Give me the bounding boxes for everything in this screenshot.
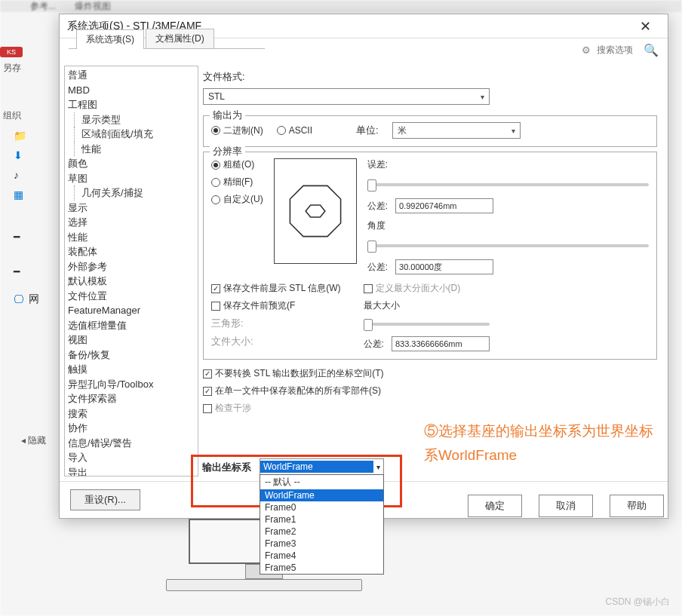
network-icon: 🖵 xyxy=(14,293,24,305)
check-no-convert-label: 不要转换 STL 输出数据到正的坐标空间(T) xyxy=(215,367,384,380)
options-tree[interactable]: 普通MBD工程图显示类型区域剖面线/填充性能颜色草图几何关系/捕捉显示选择性能装… xyxy=(64,66,198,477)
angle-label: 角度 xyxy=(367,219,649,232)
tolerance3-label: 公差: xyxy=(364,338,384,351)
organize-label: 组织 xyxy=(3,109,59,122)
tree-item[interactable]: 异型孔向导/Toolbox xyxy=(68,377,195,392)
options-main-panel: 文件格式: STL ▾ 输出为 二进制(N) ASCII 单位: 米 ▾ xyxy=(203,61,668,481)
tree-item[interactable]: 搜索 xyxy=(68,406,195,421)
search-icon[interactable]: 🔍 xyxy=(644,43,659,57)
unit-select[interactable]: 米 ▾ xyxy=(392,122,521,139)
dropdown-option[interactable]: Frame3 xyxy=(260,538,383,550)
tolerance1-input[interactable]: 0.99206746mm xyxy=(395,198,493,213)
file-format-value: STL xyxy=(208,91,225,102)
tree-item[interactable]: 信息/错误/警告 xyxy=(68,436,195,451)
radio-coarse[interactable]: 粗糙(O) xyxy=(211,158,263,171)
max-size-label: 最大大小 xyxy=(364,299,490,312)
tree-item[interactable]: 颜色 xyxy=(68,156,195,171)
max-size-slider[interactable] xyxy=(364,323,490,326)
tree-item[interactable]: 工程图 xyxy=(68,97,195,112)
radio-fine[interactable]: 精细(F) xyxy=(211,176,263,188)
error-slider[interactable] xyxy=(367,183,649,186)
tree-item[interactable]: 触摸 xyxy=(68,362,195,377)
tolerance1-label: 公差: xyxy=(367,200,388,213)
check-interference-label: 检查干涉 xyxy=(215,402,251,415)
file-format-label: 文件格式: xyxy=(203,70,245,84)
dropdown-option[interactable]: -- 默认 -- xyxy=(260,475,383,489)
tree-item[interactable]: 装配体 xyxy=(68,244,195,259)
help-button[interactable]: 帮助 xyxy=(610,495,664,517)
tree-item[interactable]: 普通 xyxy=(68,68,195,83)
search-input[interactable]: 搜索选项 xyxy=(597,44,633,57)
tree-subitem[interactable]: 区域剖面线/填充 xyxy=(68,127,195,142)
file-format-select[interactable]: STL ▾ xyxy=(203,88,490,105)
radio-ascii[interactable]: ASCII xyxy=(277,125,312,136)
radio-custom[interactable]: 自定义(U) xyxy=(211,193,263,206)
tree-item[interactable]: 草图 xyxy=(68,171,195,186)
tree-item[interactable]: FeatureManager xyxy=(68,303,195,318)
dropdown-option[interactable]: Frame2 xyxy=(260,526,383,538)
output-coord-value: WorldFrame xyxy=(260,461,373,473)
tree-subitem[interactable]: 性能 xyxy=(68,142,195,157)
tree-item[interactable]: 选择 xyxy=(68,215,195,230)
angle-slider[interactable] xyxy=(367,244,649,247)
output-coord-dropdown[interactable]: -- 默认 --WorldFrameFrame0Frame1Frame2Fram… xyxy=(260,474,384,575)
tolerance2-input[interactable]: 30.00000度 xyxy=(395,259,493,274)
check-define-max-label: 定义最大分面大小(D) xyxy=(376,282,461,295)
radio-fine-label: 精细(F) xyxy=(223,176,253,188)
hide-toggle[interactable]: ◂ 隐藏 xyxy=(21,434,46,447)
tree-item[interactable]: 导出 xyxy=(68,465,195,477)
cancel-button[interactable]: 取消 xyxy=(539,495,593,517)
download-icon: ⬇ xyxy=(14,149,23,161)
chevron-down-icon: ▾ xyxy=(481,93,484,101)
chevron-down-icon: ▾ xyxy=(512,127,515,135)
unit-label: 单位: xyxy=(356,124,379,137)
disk-icon: ━ xyxy=(14,231,20,243)
tree-item[interactable]: 备份/恢复 xyxy=(68,348,195,363)
svg-marker-1 xyxy=(306,205,325,217)
output-coord-select[interactable]: WorldFrame ▾ xyxy=(260,458,384,475)
radio-ascii-label: ASCII xyxy=(289,125,312,136)
dropdown-option[interactable]: WorldFrame xyxy=(260,489,383,501)
tree-item[interactable]: 视图 xyxy=(68,333,195,348)
save-as-label: 另存 xyxy=(3,62,59,75)
tolerance2-label: 公差: xyxy=(367,261,388,274)
reset-button[interactable]: 重设(R)... xyxy=(70,489,140,510)
ok-button[interactable]: 确定 xyxy=(468,495,522,517)
tree-item[interactable]: MBD xyxy=(68,83,195,98)
dropdown-option[interactable]: Frame0 xyxy=(260,501,383,513)
dropdown-option[interactable]: Frame1 xyxy=(260,513,383,526)
tree-item[interactable]: 选值框增量值 xyxy=(68,318,195,333)
tolerance3-input[interactable]: 833.33666666mm xyxy=(392,336,490,351)
check-define-max: 定义最大分面大小(D) xyxy=(364,282,490,295)
tab-document-properties[interactable]: 文档属性(D) xyxy=(146,29,214,48)
check-preview[interactable]: 保存文件前预览(F xyxy=(211,299,341,312)
tree-subitem[interactable]: 显示类型 xyxy=(68,112,195,127)
output-coord-label: 输出坐标系 xyxy=(202,461,251,474)
radio-binary-label: 二进制(N) xyxy=(223,124,263,137)
tree-item[interactable]: 协作 xyxy=(68,421,195,436)
close-icon[interactable]: ✕ xyxy=(630,18,660,35)
tree-item[interactable]: 文件位置 xyxy=(68,289,195,304)
tiles-icon: ▦ xyxy=(14,188,23,201)
dropdown-option[interactable]: Frame5 xyxy=(260,562,383,574)
tree-item[interactable]: 默认模板 xyxy=(68,274,195,289)
dropdown-option[interactable]: Frame4 xyxy=(260,550,383,562)
unit-value: 米 xyxy=(398,124,407,137)
tree-item[interactable]: 文件探索器 xyxy=(68,391,195,406)
bg-tab-1: 参考... xyxy=(30,0,56,12)
tree-item[interactable]: 导入 xyxy=(68,450,195,465)
chevron-down-icon: ▾ xyxy=(373,463,383,471)
tree-item[interactable]: 外部参考 xyxy=(68,259,195,274)
radio-binary[interactable]: 二进制(N) xyxy=(211,124,263,137)
tree-subitem[interactable]: 几何关系/捕捉 xyxy=(68,185,195,201)
ks-badge: KS xyxy=(0,47,23,57)
tab-system-options[interactable]: 系统选项(S) xyxy=(76,29,144,49)
tree-item[interactable]: 性能 xyxy=(68,230,195,245)
background-left-panel: KS 另存 组织 📁 ⬇ ♪ ▦ ━ ━ 🖵网 xyxy=(0,43,59,495)
check-show-stl-info[interactable]: 保存文件前显示 STL 信息(W) xyxy=(211,282,341,295)
gear-icon[interactable]: ⚙ xyxy=(582,44,591,56)
check-no-convert[interactable]: 不要转换 STL 输出数据到正的坐标空间(T) xyxy=(203,367,657,380)
check-single-file[interactable]: 在单一文件中保存装配体的所有零部件(S) xyxy=(203,385,657,397)
tree-item[interactable]: 显示 xyxy=(68,201,195,216)
folder-icon: 📁 xyxy=(14,130,26,142)
